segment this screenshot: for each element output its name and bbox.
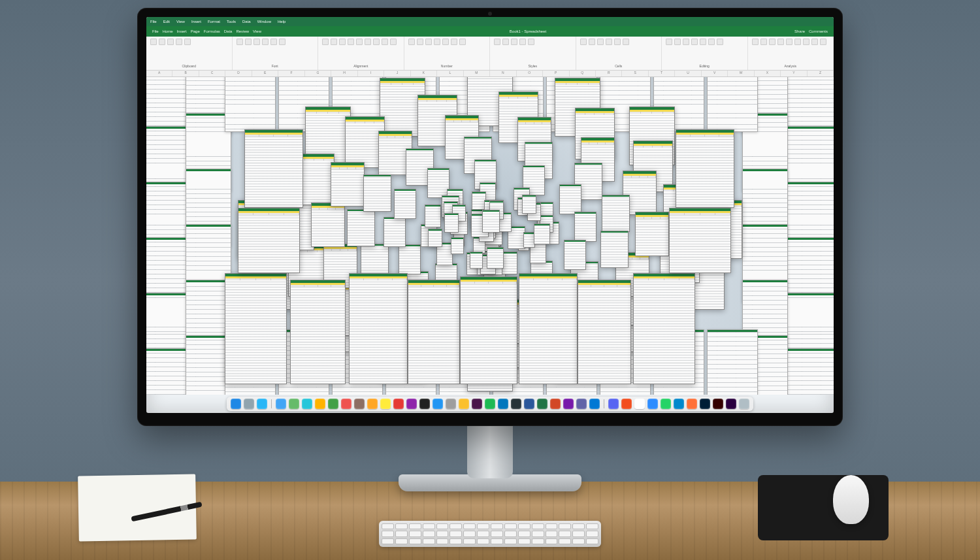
dock-app-safari[interactable] bbox=[257, 399, 267, 409]
menu-item-file[interactable]: File bbox=[150, 20, 157, 24]
ribbon-icon[interactable] bbox=[666, 39, 672, 45]
ribbon-icon[interactable] bbox=[580, 39, 587, 45]
tab-insert[interactable]: Insert bbox=[177, 29, 187, 33]
ribbon-icon[interactable] bbox=[760, 39, 767, 45]
col-header-B[interactable]: B bbox=[172, 71, 199, 76]
col-header-A[interactable]: A bbox=[146, 71, 172, 76]
ribbon-icon[interactable] bbox=[150, 39, 157, 45]
ribbon-icon[interactable] bbox=[700, 39, 706, 45]
col-header-E[interactable]: E bbox=[252, 71, 278, 76]
ribbon-icon[interactable] bbox=[519, 39, 526, 45]
dock-app-powerpoint[interactable] bbox=[550, 399, 561, 409]
dock-app-vscode[interactable] bbox=[498, 399, 508, 409]
dock-app-slack[interactable] bbox=[472, 399, 482, 409]
ribbon-icon[interactable] bbox=[494, 39, 500, 45]
col-header-O[interactable]: O bbox=[517, 71, 543, 76]
dock-app-appstore[interactable] bbox=[433, 399, 443, 409]
col-header-J[interactable]: J bbox=[384, 71, 410, 76]
ribbon-icon[interactable] bbox=[425, 39, 432, 45]
dock-app-notes[interactable] bbox=[380, 399, 391, 409]
ribbon[interactable]: ClipboardFontAlignmentNumberStylesCellsE… bbox=[146, 37, 834, 71]
tab-page[interactable]: Page bbox=[191, 29, 200, 33]
ribbon-icon[interactable] bbox=[442, 39, 449, 45]
dock-app-reminders[interactable] bbox=[367, 399, 378, 409]
dock-app-notion[interactable] bbox=[634, 399, 645, 409]
dock-app-settings[interactable] bbox=[446, 399, 456, 409]
ribbon-icon[interactable] bbox=[777, 39, 784, 45]
col-header-Z[interactable]: Z bbox=[808, 71, 834, 76]
dock[interactable] bbox=[227, 397, 753, 411]
spreadsheet-window[interactable] bbox=[394, 189, 416, 219]
spreadsheet-window[interactable] bbox=[635, 212, 669, 256]
col-header-W[interactable]: W bbox=[728, 71, 754, 76]
col-header-F[interactable]: F bbox=[278, 71, 304, 76]
spreadsheet-window[interactable] bbox=[347, 209, 375, 246]
ribbon-icon[interactable] bbox=[382, 39, 388, 45]
ribbon-icon[interactable] bbox=[408, 39, 415, 45]
dock-app-terminal[interactable] bbox=[511, 399, 521, 409]
spreadsheet-window[interactable] bbox=[384, 217, 406, 247]
ribbon-icon[interactable] bbox=[528, 39, 534, 45]
dock-app-facetime[interactable] bbox=[328, 399, 338, 409]
spreadsheet-window[interactable] bbox=[349, 273, 408, 384]
menu-item-window[interactable]: Window bbox=[257, 20, 271, 24]
ribbon-group-number[interactable]: Number bbox=[404, 37, 491, 70]
dock-app-tv[interactable] bbox=[419, 399, 430, 409]
ribbon-icon[interactable] bbox=[614, 39, 621, 45]
workbook-canvas[interactable] bbox=[146, 77, 834, 395]
ribbon-icon[interactable] bbox=[820, 39, 826, 45]
action-share[interactable]: Share bbox=[794, 29, 805, 33]
spreadsheet-window[interactable] bbox=[519, 273, 578, 384]
spreadsheet-window[interactable] bbox=[428, 229, 442, 247]
dock-app-onenote[interactable] bbox=[563, 399, 574, 409]
app-menu-bar[interactable]: FileEditViewInsertFormatToolsDataWindowH… bbox=[146, 17, 834, 26]
spreadsheet-window[interactable] bbox=[600, 231, 629, 268]
ribbon-group-styles[interactable]: Styles bbox=[490, 37, 576, 70]
col-header-U[interactable]: U bbox=[675, 71, 701, 76]
tab-view[interactable]: View bbox=[253, 29, 261, 33]
dock-app-photos[interactable] bbox=[315, 399, 325, 409]
dock-app-discord[interactable] bbox=[608, 399, 619, 409]
dock-app-firefox[interactable] bbox=[687, 399, 697, 409]
tab-home[interactable]: Home bbox=[163, 29, 173, 33]
col-header-S[interactable]: S bbox=[622, 71, 648, 76]
spreadsheet-window[interactable] bbox=[225, 273, 287, 384]
spreadsheet-window[interactable] bbox=[574, 212, 596, 242]
ribbon-icon[interactable] bbox=[752, 39, 759, 45]
col-header-X[interactable]: X bbox=[755, 71, 781, 76]
col-header-G[interactable]: G bbox=[305, 71, 331, 76]
spreadsheet-window[interactable] bbox=[522, 195, 537, 214]
dock-app-premiere[interactable] bbox=[726, 399, 736, 409]
tab-file[interactable]: File bbox=[152, 29, 159, 33]
spreadsheet-window[interactable] bbox=[559, 184, 581, 214]
menu-item-tools[interactable]: Tools bbox=[227, 20, 236, 24]
ribbon-group-analysis[interactable]: Analysis bbox=[748, 37, 834, 70]
ribbon-icon[interactable] bbox=[417, 39, 423, 45]
dock-app-teams[interactable] bbox=[576, 399, 587, 409]
col-header-L[interactable]: L bbox=[437, 71, 463, 76]
tab-formulas[interactable]: Formulas bbox=[204, 29, 220, 33]
spreadsheet-window[interactable] bbox=[363, 174, 391, 212]
spreadsheet-window[interactable] bbox=[487, 247, 503, 269]
spreadsheet-window[interactable] bbox=[534, 223, 550, 244]
dock-app-spotify[interactable] bbox=[485, 399, 495, 409]
menu-item-help[interactable]: Help bbox=[278, 20, 286, 24]
ribbon-icon[interactable] bbox=[708, 39, 715, 45]
ribbon-icon[interactable] bbox=[167, 39, 174, 45]
spreadsheet-window[interactable] bbox=[444, 213, 459, 232]
spreadsheet-window[interactable] bbox=[470, 252, 483, 269]
ribbon-icon[interactable] bbox=[184, 39, 191, 45]
dock-app-figma[interactable] bbox=[621, 399, 632, 409]
ribbon-icon[interactable] bbox=[237, 39, 243, 45]
col-header-K[interactable]: K bbox=[411, 71, 437, 76]
ribbon-icon[interactable] bbox=[253, 39, 260, 45]
menu-item-format[interactable]: Format bbox=[208, 20, 220, 24]
ribbon-icon[interactable] bbox=[245, 39, 252, 45]
spreadsheet-window[interactable] bbox=[633, 273, 695, 384]
column-headers[interactable]: ABCDEFGHIJKLMNOPQRSTUVWXYZ bbox=[146, 71, 834, 77]
dock-app-mail[interactable] bbox=[276, 399, 286, 409]
dock-app-finder[interactable] bbox=[231, 399, 241, 409]
ribbon-icon[interactable] bbox=[365, 39, 371, 45]
ribbon-icon[interactable] bbox=[606, 39, 612, 45]
ribbon-icon[interactable] bbox=[348, 39, 354, 45]
